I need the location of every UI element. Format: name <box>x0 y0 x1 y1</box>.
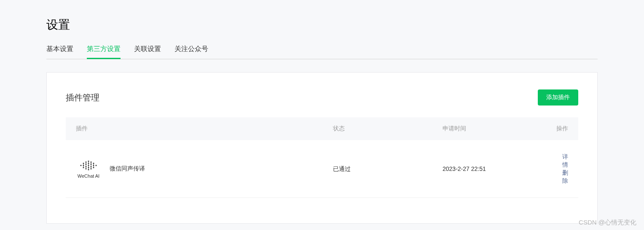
header-action: 操作 <box>556 125 568 133</box>
page-title: 设置 <box>46 17 598 33</box>
panel-title: 插件管理 <box>66 92 99 103</box>
plugin-table: 插件 状态 申请时间 操作 <box>66 117 578 198</box>
svg-point-0 <box>80 165 82 166</box>
tabs-nav: 基本设置 第三方设置 关联设置 关注公众号 <box>46 45 598 59</box>
watermark: CSDN @心情无变化 <box>579 219 636 227</box>
plugin-status: 已通过 <box>333 165 351 172</box>
plugin-panel: 插件管理 添加插件 插件 状态 申请时间 操作 <box>46 72 598 224</box>
delete-link[interactable]: 删除 <box>562 169 568 184</box>
wechat-ai-icon: WeChat AI <box>76 156 101 181</box>
header-plugin: 插件 <box>76 125 333 133</box>
table-row: WeChat AI 微信同声传译 已通过 2023-2-27 22:51 详情 … <box>66 140 578 198</box>
svg-point-20 <box>96 165 97 166</box>
plugin-icon-label: WeChat AI <box>78 173 99 179</box>
header-time: 申请时间 <box>443 125 556 133</box>
tab-related-settings[interactable]: 关联设置 <box>134 45 161 59</box>
panel-header: 插件管理 添加插件 <box>66 89 578 106</box>
add-plugin-button[interactable]: 添加插件 <box>538 89 578 106</box>
tab-third-party[interactable]: 第三方设置 <box>87 45 121 59</box>
tab-basic-settings[interactable]: 基本设置 <box>46 45 73 59</box>
table-header: 插件 状态 申请时间 操作 <box>66 117 578 140</box>
plugin-time: 2023-2-27 22:51 <box>443 165 486 172</box>
plugin-name: 微信同声传译 <box>110 165 145 173</box>
tab-follow-account[interactable]: 关注公众号 <box>174 45 208 59</box>
header-status: 状态 <box>333 125 443 133</box>
divider <box>46 59 598 60</box>
detail-link[interactable]: 详情 <box>562 153 568 168</box>
